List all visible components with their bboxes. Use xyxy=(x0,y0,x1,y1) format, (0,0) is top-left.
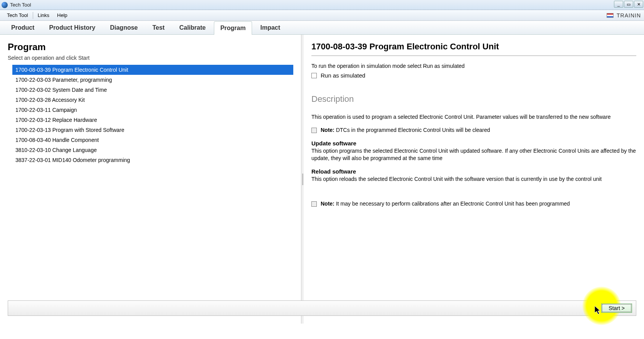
left-pane: Program Select an operation and click St… xyxy=(0,35,301,324)
operation-list: 1700-08-03-39 Program Electronic Control… xyxy=(8,65,293,165)
window-title: Tech Tool xyxy=(10,2,31,8)
app-icon xyxy=(2,2,8,8)
operation-item[interactable]: 1700-22-03-02 System Date and Time xyxy=(12,85,293,95)
close-button[interactable]: ✕ xyxy=(634,1,643,8)
note-row-2: Note: It may be necessary to perform cal… xyxy=(311,201,636,207)
menu-separator xyxy=(33,12,33,19)
operation-item[interactable]: 1700-22-03-13 Program with Stored Softwa… xyxy=(12,125,293,135)
menubar: Tech Tool Links Help TRAININ xyxy=(0,10,644,21)
reload-software-text: This option reloads the selected Electro… xyxy=(311,175,636,183)
tab-calibrate[interactable]: Calibrate xyxy=(173,21,212,34)
maximize-button[interactable]: ▭ xyxy=(624,1,633,8)
note-text: Note: DTCs in the programmed Electronic … xyxy=(321,127,490,133)
note-icon xyxy=(311,201,317,207)
description-heading: Description xyxy=(311,94,636,104)
reload-software-heading: Reload software xyxy=(311,168,636,175)
operation-item[interactable]: 1700-22-03-28 Accessory Kit xyxy=(12,95,293,105)
menu-help[interactable]: Help xyxy=(53,11,71,20)
tabstrip: Product Product History Diagnose Test Ca… xyxy=(0,21,644,35)
mode-label: TRAININ xyxy=(617,12,641,19)
page-title: Program xyxy=(8,42,293,52)
menu-techtool[interactable]: Tech Tool xyxy=(3,11,32,20)
operation-item[interactable]: 1700-08-03-39 Program Electronic Control… xyxy=(12,65,293,75)
sim-instruction: To run the operation in simulation mode … xyxy=(311,63,636,69)
note-text: Note: It may be necessary to perform cal… xyxy=(321,201,570,207)
run-as-simulated-label: Run as simulated xyxy=(321,72,365,79)
operation-item[interactable]: 1700-22-03-11 Campaign xyxy=(12,105,293,115)
right-pane: 1700-08-03-39 Program Electronic Control… xyxy=(304,35,644,324)
page-subtitle: Select an operation and click Start xyxy=(8,55,293,61)
update-software-text: This option programs the selected Electr… xyxy=(311,147,636,162)
main-content: Program Select an operation and click St… xyxy=(0,35,644,324)
tab-test[interactable]: Test xyxy=(146,21,171,34)
operation-item[interactable]: 3837-22-03-01 MID140 Odometer programmin… xyxy=(12,155,293,165)
detail-title: 1700-08-03-39 Program Electronic Control… xyxy=(311,42,636,56)
window-controls: _ ▭ ✕ xyxy=(614,1,643,8)
menu-links[interactable]: Links xyxy=(34,11,53,20)
titlebar: Tech Tool _ ▭ ✕ xyxy=(0,0,644,10)
run-as-simulated-checkbox[interactable] xyxy=(311,73,317,78)
operation-item[interactable]: 1700-08-03-40 Handle Component xyxy=(12,135,293,145)
tab-product-history[interactable]: Product History xyxy=(42,21,102,34)
language-flag-icon[interactable] xyxy=(607,13,614,18)
note-row-1: Note: DTCs in the programmed Electronic … xyxy=(311,127,636,133)
operation-item[interactable]: 1700-22-03-12 Replace Hardware xyxy=(12,115,293,125)
tab-diagnose[interactable]: Diagnose xyxy=(103,21,144,34)
note-icon xyxy=(311,128,317,133)
operation-item[interactable]: 3810-22-03-10 Change Language xyxy=(12,145,293,155)
minimize-button[interactable]: _ xyxy=(614,1,623,8)
tab-program[interactable]: Program xyxy=(214,21,252,35)
run-as-simulated-row: Run as simulated xyxy=(311,72,636,79)
tab-impact[interactable]: Impact xyxy=(254,21,287,34)
update-software-heading: Update software xyxy=(311,140,636,147)
tab-product[interactable]: Product xyxy=(5,21,41,34)
start-button[interactable]: Start > xyxy=(601,304,632,313)
operation-item[interactable]: 1700-22-03-03 Parameter, programming xyxy=(12,75,293,85)
bottom-bar: Start > xyxy=(8,300,636,316)
description-para: This operation is used to program a sele… xyxy=(311,113,636,121)
